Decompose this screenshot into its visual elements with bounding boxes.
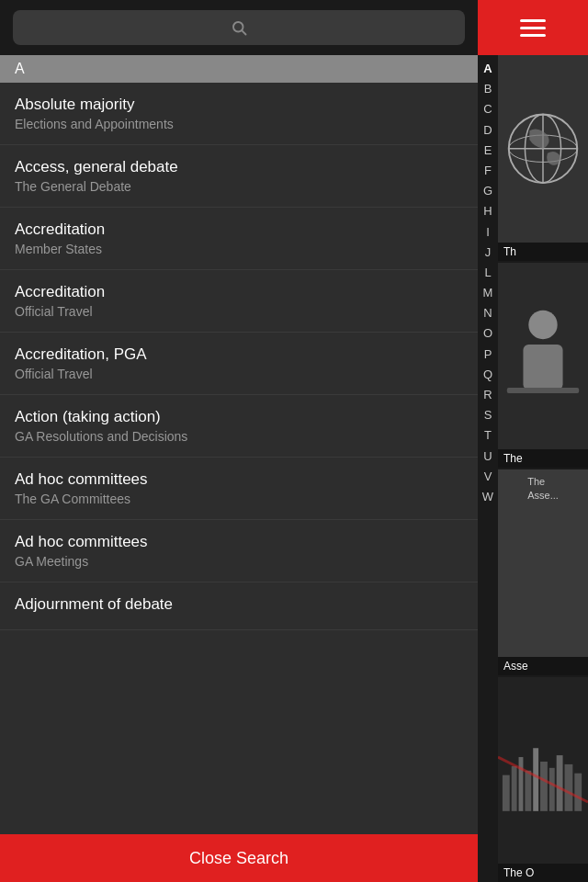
list-item[interactable]: Ad hoc committees The GA Committees — [0, 458, 478, 520]
list-item[interactable]: Adjournment of debate — [0, 582, 478, 630]
list-item-subtitle: GA Resolutions and Decisions — [15, 429, 463, 444]
thumb-label-4: The O — [498, 864, 588, 882]
hamburger-line-3 — [520, 34, 546, 37]
thumb-label-3: Asse — [498, 657, 588, 675]
list-item-subtitle: GA Meetings — [15, 554, 463, 569]
alphabet-index: ABCDEFGHIJLMNOPQRSTUVW — [478, 55, 498, 882]
svg-point-7 — [528, 310, 557, 338]
list-item-subtitle: Official Travel — [15, 304, 463, 319]
alpha-letter-w[interactable]: W — [482, 487, 493, 507]
thumb-label-1: Th — [498, 243, 588, 261]
svg-rect-8 — [523, 345, 562, 390]
list-container[interactable]: Absolute majority Elections and Appointm… — [0, 83, 478, 834]
right-cards: Th The — [498, 55, 588, 882]
alpha-letter-d[interactable]: D — [483, 120, 492, 141]
svg-line-1 — [242, 30, 245, 34]
svg-rect-15 — [540, 761, 548, 810]
hamburger-line-2 — [520, 27, 546, 29]
alpha-letter-q[interactable]: Q — [483, 365, 492, 385]
list-item[interactable]: Accreditation, PGA Official Travel — [0, 333, 478, 395]
alpha-letter-f[interactable]: F — [484, 161, 492, 181]
alpha-letter-l[interactable]: L — [484, 263, 491, 283]
menu-button[interactable] — [478, 0, 588, 55]
list-item-title: Absolute majority — [15, 96, 463, 114]
list-item-subtitle: The General Debate — [15, 179, 463, 194]
hamburger-icon — [520, 19, 546, 37]
thumb-card-1[interactable]: Th — [498, 55, 588, 261]
svg-rect-13 — [525, 770, 531, 810]
left-panel: A Absolute majority Elections and Appoin… — [0, 0, 478, 882]
hamburger-line-1 — [520, 19, 546, 22]
svg-rect-17 — [557, 755, 563, 811]
alpha-letter-b[interactable]: B — [484, 79, 492, 99]
list-item-title: Accreditation, PGA — [15, 345, 463, 364]
alpha-letter-h[interactable]: H — [483, 201, 492, 221]
close-search-button[interactable]: Close Search — [0, 834, 478, 882]
alpha-letter-n[interactable]: N — [483, 303, 492, 323]
alpha-letter-v[interactable]: V — [484, 467, 492, 487]
alpha-letter-u[interactable]: U — [483, 447, 492, 467]
list-item-title: Ad hoc committees — [15, 470, 463, 489]
thumb-card-3[interactable]: TheAsse... Asse — [498, 468, 588, 675]
alpha-letter-g[interactable]: G — [483, 181, 492, 201]
svg-rect-16 — [549, 767, 555, 810]
alpha-letter-o[interactable]: O — [483, 323, 492, 344]
alpha-letter-t[interactable]: T — [484, 425, 492, 446]
alpha-letter-s[interactable]: S — [484, 405, 492, 425]
list-item-title: Accreditation — [15, 220, 463, 239]
card3-text: TheAsse... — [527, 475, 559, 503]
alpha-letter-c[interactable]: C — [483, 99, 492, 119]
section-label: A — [15, 61, 25, 76]
section-header: A — [0, 55, 478, 83]
svg-rect-18 — [565, 763, 573, 810]
list-item-title: Adjournment of debate — [15, 595, 463, 614]
list-item-title: Access, general debate — [15, 158, 463, 176]
svg-rect-12 — [519, 757, 524, 811]
thumb-card-2[interactable]: The — [498, 261, 588, 469]
list-item[interactable]: Accreditation Official Travel — [0, 270, 478, 333]
list-item[interactable]: Access, general debate The General Debat… — [0, 145, 478, 208]
svg-rect-19 — [574, 773, 582, 810]
right-panel: ABCDEFGHIJLMNOPQRSTUVW — [478, 0, 588, 882]
list-item-subtitle: Elections and Appointments — [15, 117, 463, 131]
alpha-letter-r[interactable]: R — [483, 385, 492, 405]
thumb-label-2: The — [498, 449, 588, 468]
list-item-title: Accreditation — [15, 283, 463, 301]
svg-rect-9 — [507, 388, 579, 393]
search-input-wrapper[interactable] — [13, 10, 465, 45]
list-item[interactable]: Ad hoc committees GA Meetings — [0, 520, 478, 582]
thumb-img-1 — [498, 55, 588, 243]
list-item-subtitle: Member States — [15, 242, 463, 256]
alpha-letter-e[interactable]: E — [484, 141, 492, 161]
alpha-letter-m[interactable]: M — [483, 283, 493, 303]
search-icon — [231, 19, 247, 36]
list-item-subtitle: The GA Committees — [15, 492, 463, 506]
list-item-title: Action (taking action) — [15, 408, 463, 426]
list-item[interactable]: Action (taking action) GA Resolutions an… — [0, 395, 478, 458]
alpha-letter-i[interactable]: I — [486, 222, 490, 243]
search-bar — [0, 0, 478, 55]
thumb-img-4 — [498, 677, 588, 865]
svg-rect-11 — [512, 765, 517, 810]
list-item[interactable]: Accreditation Member States — [0, 208, 478, 270]
svg-rect-14 — [533, 748, 538, 811]
alpha-letter-j[interactable]: J — [485, 243, 492, 263]
thumb-card-4[interactable]: The O — [498, 675, 588, 883]
alpha-letter-p[interactable]: P — [484, 345, 492, 365]
close-search-label: Close Search — [189, 849, 288, 868]
alpha-letter-a[interactable]: A — [483, 59, 492, 79]
list-item[interactable]: Absolute majority Elections and Appointm… — [0, 83, 478, 145]
thumb-img-2 — [498, 263, 588, 450]
thumb-img-3: TheAsse... — [498, 469, 588, 657]
svg-rect-10 — [503, 775, 510, 810]
list-item-subtitle: Official Travel — [15, 367, 463, 381]
list-item-title: Ad hoc committees — [15, 533, 463, 551]
